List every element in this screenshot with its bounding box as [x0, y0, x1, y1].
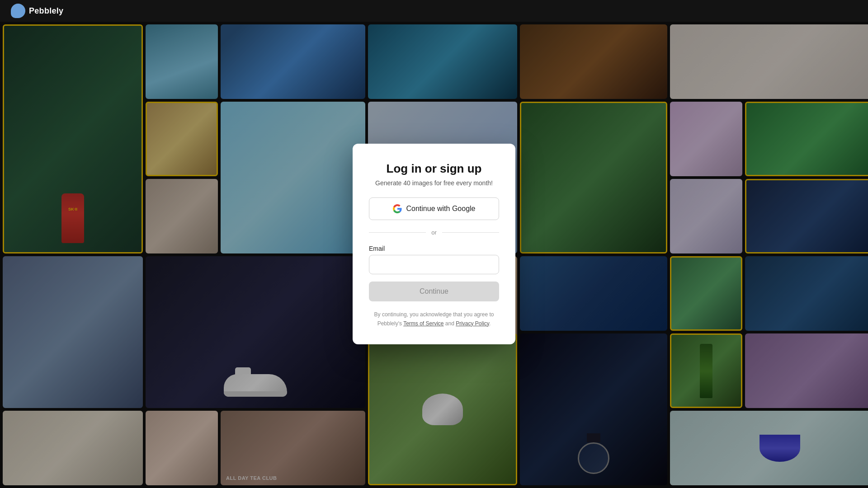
- google-btn-label: Continue with Google: [406, 205, 476, 213]
- modal-backdrop: Log in or sign up Generate 40 images for…: [0, 0, 868, 488]
- google-signin-button[interactable]: Continue with Google: [369, 197, 499, 220]
- google-icon: [393, 204, 402, 213]
- tos-link[interactable]: Terms of Service: [403, 320, 443, 327]
- modal-title: Log in or sign up: [369, 162, 499, 176]
- email-label: Email: [369, 245, 499, 252]
- pp-link[interactable]: Privacy Policy: [456, 320, 489, 327]
- or-divider: or: [369, 229, 499, 236]
- continue-button[interactable]: Continue: [369, 282, 499, 301]
- divider-line-left: [369, 232, 426, 233]
- email-input[interactable]: [369, 255, 499, 274]
- login-modal: Log in or sign up Generate 40 images for…: [353, 144, 515, 344]
- divider-line-right: [442, 232, 499, 233]
- modal-subtitle: Generate 40 images for free every month!: [369, 179, 499, 187]
- legal-suffix: .: [489, 320, 491, 327]
- or-text: or: [431, 229, 437, 236]
- legal-text: By continuing, you acknowledge that you …: [369, 310, 499, 328]
- legal-and: and: [443, 320, 456, 327]
